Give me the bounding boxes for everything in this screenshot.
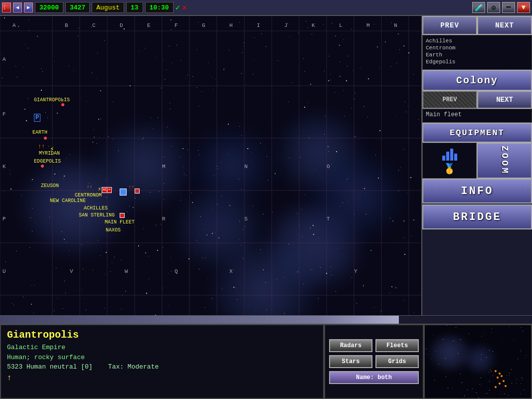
symbol-info: ↑ — [7, 372, 317, 384]
giantropolis-dot — [61, 103, 64, 106]
fleets-button[interactable]: Fleets — [375, 339, 419, 352]
prev-button[interactable]: PREV — [422, 16, 477, 35]
svg-text:E: E — [147, 22, 151, 28]
minimap-dot-1 — [495, 370, 497, 372]
gear-icon[interactable]: ⚙ — [487, 2, 500, 13]
svg-text:L: L — [339, 22, 343, 28]
antenna-icon2: ↑↑ — [87, 185, 93, 190]
colony-button[interactable]: Colony — [422, 70, 532, 91]
san-sterling-dot — [120, 213, 125, 218]
svg-text:H: H — [229, 22, 233, 28]
minimap-dot-7 — [505, 385, 507, 387]
colony-item-achilles[interactable]: Achilles — [426, 37, 529, 44]
hq-icon: HQ+ — [102, 187, 112, 193]
credits-display: 32000 — [35, 2, 63, 13]
zoom-button[interactable]: ZOOM — [477, 143, 532, 179]
svg-text:K: K — [312, 22, 315, 28]
svg-text:D: D — [120, 22, 123, 28]
radars-button[interactable]: Radars — [329, 339, 372, 352]
minimap-dot-5 — [503, 380, 505, 382]
blue-marker — [120, 189, 127, 196]
topbar: 🚩 ◀ ▶ 32000 3427 August 13 10:30 ✓ ✕ 🧪 ⚙… — [0, 0, 532, 16]
svg-text:N: N — [394, 22, 397, 28]
svg-text:A: A — [12, 22, 16, 28]
earth-label: EARTH — [32, 130, 47, 135]
fleet-next-button[interactable]: NEXT — [477, 91, 532, 109]
main-area: A B C D E F G H I J K L M N A F K P U V … — [0, 16, 532, 315]
antenna-icon1: ↑↑ — [38, 143, 45, 150]
arrow-left-button[interactable]: ◀ — [13, 2, 22, 12]
fleet-prev-button[interactable]: PREV — [422, 91, 477, 109]
month-display: August — [92, 2, 124, 13]
galaxy-map[interactable]: A B C D E F G H I J K L M N A F K P U V … — [0, 16, 421, 315]
parking-icon: P — [34, 114, 40, 122]
cancel-button[interactable]: ✕ — [182, 2, 187, 12]
progress-bar — [0, 316, 399, 324]
stars-button[interactable]: Stars — [329, 355, 372, 368]
svg-text:I: I — [257, 22, 260, 28]
svg-text:A: A — [2, 56, 6, 62]
medal-icon: 🥇 — [443, 163, 456, 175]
fleet-row: PREV NEXT — [422, 91, 532, 109]
map-controls-panel: Radars Fleets Stars Grids Name: both — [324, 324, 424, 399]
lightning-icon1: ⚡ — [50, 145, 54, 153]
svg-text:B: B — [65, 22, 68, 28]
population-info: 5323 Human neutral [0] Tax: Moderate — [7, 362, 317, 372]
day-display: 13 — [126, 2, 143, 13]
empire-info: Galactic Empire — [7, 343, 317, 353]
btn-row-3: Name: both — [329, 371, 419, 384]
flag2-icon[interactable]: ▼ — [517, 2, 530, 13]
confirm-button[interactable]: ✓ — [176, 2, 180, 12]
minimap-dot-3 — [497, 377, 499, 379]
info-panel: Giantropolis Galactic Empire Human; rock… — [0, 324, 324, 399]
bridge-button[interactable]: BRIDGE — [422, 204, 532, 229]
colony-item-edgepolis[interactable]: Edgepolis — [426, 58, 529, 65]
myridan-label: MYRIDAN — [39, 151, 60, 156]
minimap-dot-8 — [495, 386, 497, 388]
right-panel: PREV NEXT Achilles Centronom Earth Edgep… — [421, 16, 532, 315]
svg-text:M: M — [366, 22, 370, 28]
minimap-dot-4 — [501, 375, 503, 377]
svg-text:Q: Q — [175, 268, 178, 274]
prev-next-row: PREV NEXT — [422, 16, 532, 35]
arrow-right-button[interactable]: ▶ — [24, 2, 33, 12]
planet-name: Giantropolis — [7, 329, 317, 341]
zoom-icons-panel: 🥇 — [422, 143, 477, 179]
minimap-dot-2 — [499, 373, 501, 375]
minimap-dot-6 — [499, 383, 501, 385]
colony-list: Achilles Centronom Earth Edgepolis — [422, 35, 532, 70]
svg-text:V: V — [70, 268, 73, 274]
svg-text:K: K — [2, 164, 6, 170]
lightning-icon2: ⚡ — [98, 186, 101, 193]
svg-text:C: C — [92, 22, 96, 28]
edgepolis-dot — [41, 165, 44, 168]
flask-icon[interactable]: 🧪 — [472, 2, 485, 13]
svg-text:F: F — [2, 111, 6, 117]
colony-item-centronom[interactable]: Centronom — [426, 44, 529, 51]
year-display: 3427 — [65, 2, 90, 13]
name-both-button[interactable]: Name: both — [329, 371, 419, 384]
svg-text:F: F — [175, 22, 178, 28]
svg-text:J: J — [284, 22, 288, 28]
antenna-icon3: ↑↑ — [129, 185, 135, 190]
grids-button[interactable]: Grids — [375, 355, 419, 368]
equipment-button[interactable]: EQUIPMENT — [422, 123, 532, 143]
zoom-row: 🥇 ZOOM — [422, 143, 532, 179]
svg-text:R: R — [162, 216, 166, 222]
svg-text:G: G — [202, 22, 205, 28]
progress-bar-container — [0, 315, 532, 324]
svg-text:U: U — [2, 268, 6, 274]
colony-item-earth[interactable]: Earth — [426, 51, 529, 58]
minus-icon[interactable]: − — [502, 2, 515, 13]
svg-text:W: W — [125, 268, 128, 274]
svg-text:P: P — [2, 216, 6, 222]
info-button[interactable]: INFO — [422, 179, 532, 203]
svg-text:Y: Y — [354, 268, 357, 274]
btn-row-1: Radars Fleets — [329, 339, 419, 352]
minimap[interactable] — [424, 324, 532, 399]
fleet-name-display: Main fleet — [422, 109, 532, 123]
next-button[interactable]: NEXT — [477, 16, 532, 35]
time-display: 10:30 — [145, 2, 174, 13]
btn-row-2: Stars Grids — [329, 355, 419, 368]
flag-button[interactable]: 🚩 — [2, 2, 11, 12]
